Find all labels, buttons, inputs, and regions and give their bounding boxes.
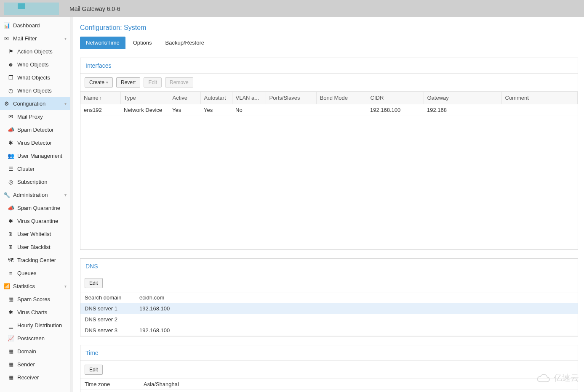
sidebar-item-label: Sender xyxy=(17,361,35,368)
map-icon: 🗺 xyxy=(8,257,14,264)
cell-autostart: Yes xyxy=(200,104,232,116)
sidebar-item-virus-detector[interactable]: ✱Virus Detector xyxy=(0,136,70,149)
cell-gateway: 192.168 xyxy=(424,104,501,116)
sidebar-item-statistics[interactable]: 📶Statistics▾ xyxy=(0,280,70,293)
edit-button[interactable]: Edit xyxy=(144,77,162,87)
bug-icon: ✱ xyxy=(8,139,14,146)
kv-label: DNS server 2 xyxy=(80,314,135,325)
sidebar-item-domain[interactable]: ▦Domain xyxy=(0,345,70,358)
sidebar-item-dashboard[interactable]: 📊Dashboard xyxy=(0,19,70,32)
kv-row[interactable]: Server time2019-11-06 09:48:10 xyxy=(80,390,578,392)
time-panel: Time Edit Time zoneAsia/Shanghai Server … xyxy=(80,345,578,392)
sidebar-item-tracking-center[interactable]: 🗺Tracking Center xyxy=(0,254,70,267)
sidebar-splitter[interactable] xyxy=(70,17,73,392)
sidebar-item-label: Hourly Distribution xyxy=(17,322,62,329)
kv-value: ecidh.com xyxy=(135,292,578,303)
kv-value: Asia/Shanghai xyxy=(139,379,578,390)
chart-icon: 📶 xyxy=(3,283,10,290)
sidebar-item-spam-scores[interactable]: ▦Spam Scores xyxy=(0,293,70,306)
col-bond[interactable]: Bond Mode xyxy=(316,92,367,104)
chevron-down-icon: ▾ xyxy=(64,35,67,42)
kv-label: Server time xyxy=(80,390,139,392)
col-gateway[interactable]: Gateway xyxy=(424,92,501,104)
sidebar-item-action-objects[interactable]: ⚑Action Objects xyxy=(0,45,70,58)
col-name[interactable]: Name↑ xyxy=(80,92,120,104)
sidebar-item-label: Dashboard xyxy=(13,22,40,29)
sidebar-item-spam-detector[interactable]: 📣Spam Detector xyxy=(0,123,70,136)
dns-edit-button[interactable]: Edit xyxy=(85,278,103,288)
col-comment[interactable]: Comment xyxy=(501,92,578,104)
topbar: Mail Gateway 6.0-6 xyxy=(0,0,584,17)
tab-backup-restore[interactable]: Backup/Restore xyxy=(160,37,211,49)
kv-row[interactable]: DNS server 3192.168.100 xyxy=(80,325,578,336)
sidebar-item-label: Mail Filter xyxy=(13,35,37,42)
kv-row[interactable]: Time zoneAsia/Shanghai xyxy=(80,379,578,390)
dns-toolbar: Edit xyxy=(80,274,578,292)
time-edit-button[interactable]: Edit xyxy=(85,365,103,375)
tab-options[interactable]: Options xyxy=(127,37,158,49)
sidebar-item-when-objects[interactable]: ◷When Objects xyxy=(0,84,70,97)
sidebar-item-mail-filter[interactable]: ✉Mail Filter▾ xyxy=(0,32,70,45)
sidebar-item-mail-proxy[interactable]: ✉Mail Proxy xyxy=(0,110,70,123)
bars-icon: ≡ xyxy=(8,270,14,277)
revert-button[interactable]: Revert xyxy=(116,77,140,87)
remove-button[interactable]: Remove xyxy=(165,77,193,87)
sidebar-item-label: Subscription xyxy=(17,178,48,185)
bug-icon: ✱ xyxy=(8,309,14,316)
users-icon: 👥 xyxy=(8,152,14,159)
line-chart-icon: 📈 xyxy=(8,335,14,342)
sidebar-item-receiver[interactable]: ▦Receiver xyxy=(0,371,70,384)
sidebar: 📊Dashboard ✉Mail Filter▾ ⚑Action Objects… xyxy=(0,17,70,392)
sidebar-item-hourly-distribution[interactable]: ▁Hourly Distribution xyxy=(0,319,70,332)
logo xyxy=(4,3,59,15)
sidebar-item-label: Spam Scores xyxy=(17,296,50,303)
kv-row[interactable]: Search domainecidh.com xyxy=(80,292,578,303)
col-active[interactable]: Active xyxy=(169,92,200,104)
sidebar-item-label: Configuration xyxy=(13,100,45,107)
sidebar-item-label: When Objects xyxy=(17,87,52,94)
sidebar-item-queues[interactable]: ≡Queues xyxy=(0,267,70,280)
create-button[interactable]: Create▾ xyxy=(85,77,113,87)
col-cidr[interactable]: CIDR xyxy=(367,92,424,104)
sidebar-item-what-objects[interactable]: ❒What Objects xyxy=(0,71,70,84)
sidebar-item-virus-quarantine[interactable]: ✱Virus Quarantine xyxy=(0,215,70,228)
col-autostart[interactable]: Autostart xyxy=(200,92,232,104)
file-solid-icon: 🗏 xyxy=(8,244,14,251)
sidebar-item-virus-charts[interactable]: ✱Virus Charts xyxy=(0,306,70,319)
sidebar-item-label: Receiver xyxy=(17,374,39,381)
sidebar-item-label: Virus Quarantine xyxy=(17,217,58,225)
col-ports[interactable]: Ports/Slaves xyxy=(266,92,316,104)
chevron-down-icon: ▾ xyxy=(64,283,67,290)
chevron-down-icon: ▾ xyxy=(106,80,108,85)
sidebar-item-administration[interactable]: 🔧Administration▾ xyxy=(0,188,70,201)
dns-panel: DNS Edit Search domainecidh.com DNS serv… xyxy=(80,258,578,336)
sidebar-item-user-management[interactable]: 👥User Management xyxy=(0,149,70,162)
col-vlan[interactable]: VLAN a... xyxy=(232,92,266,104)
create-label: Create xyxy=(89,79,104,85)
sidebar-item-configuration[interactable]: ⚙Configuration▾ xyxy=(0,97,70,110)
sidebar-item-label: Action Objects xyxy=(17,48,53,55)
col-type[interactable]: Type xyxy=(120,92,169,104)
kv-label: Time zone xyxy=(80,379,139,390)
sidebar-item-sender[interactable]: ▦Sender xyxy=(0,358,70,371)
sidebar-item-label: Mail Proxy xyxy=(17,113,43,120)
flag-icon: ⚑ xyxy=(8,48,14,55)
kv-row[interactable]: DNS server 2 xyxy=(80,314,578,325)
table-row[interactable]: ens192 Network Device Yes Yes No 192.168… xyxy=(80,104,578,116)
sidebar-item-spam-quarantine[interactable]: 📣Spam Quarantine xyxy=(0,201,70,215)
kv-row[interactable]: DNS server 1192.168.100 xyxy=(80,303,578,314)
tab-network-time[interactable]: Network/Time xyxy=(80,37,125,49)
dns-table: Search domainecidh.com DNS server 1192.1… xyxy=(80,292,578,336)
sidebar-item-postscreen[interactable]: 📈Postscreen xyxy=(0,332,70,345)
time-header: Time xyxy=(80,345,578,361)
sidebar-item-label: Cluster xyxy=(17,165,35,172)
envelope-icon: ✉ xyxy=(3,35,10,42)
interfaces-header: Interfaces xyxy=(80,58,578,74)
dashboard-icon: 📊 xyxy=(3,22,10,29)
sidebar-item-user-blacklist[interactable]: 🗏User Blacklist xyxy=(0,241,70,254)
sidebar-item-user-whitelist[interactable]: 🗎User Whitelist xyxy=(0,228,70,241)
sidebar-item-who-objects[interactable]: ☻Who Objects xyxy=(0,58,70,71)
sidebar-item-subscription[interactable]: ◎Subscription xyxy=(0,175,70,188)
sidebar-item-cluster[interactable]: ☰Cluster xyxy=(0,162,70,175)
sidebar-item-label: Virus Detector xyxy=(17,139,52,146)
